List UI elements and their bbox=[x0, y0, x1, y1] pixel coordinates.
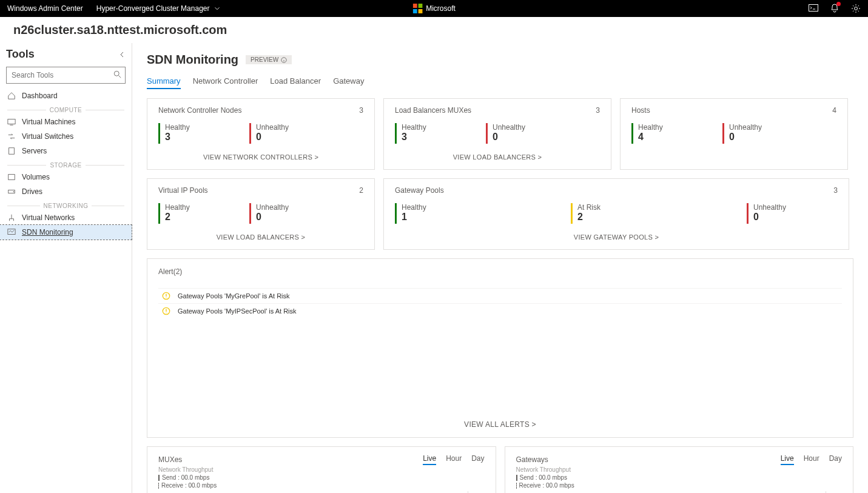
tabs: Summary Network Controller Load Balancer… bbox=[147, 74, 853, 90]
sidebar-item-dashboard[interactable]: Dashboard bbox=[0, 89, 132, 103]
stat-label: Healthy bbox=[638, 123, 663, 132]
chart-title: MUXes bbox=[158, 455, 182, 464]
chevron-down-icon bbox=[213, 4, 221, 13]
chevron-left-icon[interactable] bbox=[118, 51, 126, 58]
ms-logo-icon bbox=[412, 4, 422, 13]
svg-point-11 bbox=[13, 191, 15, 192]
gear-icon[interactable] bbox=[851, 4, 861, 13]
sidebar-item-volumes[interactable]: Volumes bbox=[0, 170, 132, 184]
card-count: 3 bbox=[596, 106, 600, 115]
info-icon bbox=[281, 57, 287, 63]
sidebar-item-sdn[interactable]: SDN Monitoring bbox=[0, 225, 132, 240]
svg-rect-1 bbox=[418, 4, 422, 8]
stat-label: Healthy bbox=[402, 203, 426, 212]
stat-value: 0 bbox=[256, 132, 289, 143]
time-tab-live[interactable]: Live bbox=[423, 454, 436, 465]
view-gateway-pools-link[interactable]: VIEW GATEWAY POOLS > bbox=[395, 230, 838, 244]
drive-icon bbox=[7, 187, 16, 196]
sidebar-item-vswitch[interactable]: Virtual Switches bbox=[0, 129, 132, 144]
search-tools[interactable] bbox=[6, 67, 126, 84]
time-tab-day[interactable]: Day bbox=[471, 454, 484, 465]
stat-label: Healthy bbox=[165, 203, 190, 212]
preview-label: PREVIEW bbox=[251, 56, 278, 63]
svg-rect-4 bbox=[809, 5, 818, 12]
time-tab-hour[interactable]: Hour bbox=[804, 454, 819, 465]
tab-summary[interactable]: Summary bbox=[147, 74, 181, 89]
warning-icon bbox=[162, 292, 170, 300]
svg-point-5 bbox=[855, 7, 858, 10]
sidebar-item-label: Virtual Switches bbox=[22, 132, 73, 141]
stat-value: 0 bbox=[493, 132, 525, 143]
chart-title: Gateways bbox=[516, 455, 548, 464]
time-tab-live[interactable]: Live bbox=[781, 454, 794, 465]
stat-value: 2 bbox=[577, 212, 601, 223]
view-all-alerts-link[interactable]: VIEW ALL ALERTS > bbox=[158, 415, 842, 429]
throughput-label: Network Throughput bbox=[516, 466, 843, 473]
stat-label: Unhealthy bbox=[256, 203, 289, 212]
time-tab-hour[interactable]: Hour bbox=[446, 454, 462, 465]
card-count: 3 bbox=[359, 106, 363, 115]
sidebar-item-label: Virtual Networks bbox=[22, 213, 75, 222]
search-input[interactable] bbox=[6, 67, 126, 84]
card-hosts: Hosts4 Healthy4 Unhealthy0 bbox=[620, 98, 848, 170]
sidebar-item-label: SDN Monitoring bbox=[22, 228, 73, 236]
sidebar: Tools Dashboard COMPUTE Virtual Machines… bbox=[0, 43, 132, 493]
stat-value: 1 bbox=[402, 212, 426, 223]
sidebar-item-label: Virtual Machines bbox=[22, 118, 76, 126]
alert-row[interactable]: Gateway Pools 'MyGrePool' is At Risk bbox=[158, 288, 842, 303]
separator-compute: COMPUTE bbox=[46, 107, 86, 113]
view-load-balancers-link[interactable]: VIEW LOAD BALANCERS > bbox=[395, 150, 600, 164]
sidebar-item-vm[interactable]: Virtual Machines bbox=[0, 115, 132, 129]
tab-load-balancer[interactable]: Load Balancer bbox=[270, 74, 321, 89]
view-load-balancers-link-2[interactable]: VIEW LOAD BALANCERS > bbox=[158, 230, 363, 244]
sidebar-item-drives[interactable]: Drives bbox=[0, 184, 132, 199]
view-network-controllers-link[interactable]: VIEW NETWORK CONTROLLERS > bbox=[158, 150, 363, 164]
home-icon bbox=[7, 92, 16, 100]
brand-label: Windows Admin Center bbox=[7, 4, 83, 13]
stat-value: 0 bbox=[729, 132, 762, 143]
svg-rect-9 bbox=[8, 175, 15, 180]
preview-badge: PREVIEW bbox=[246, 55, 292, 64]
volume-icon bbox=[7, 173, 16, 181]
stat-label: Healthy bbox=[402, 123, 426, 132]
alert-text: Gateway Pools 'MyIPSecPool' is At Risk bbox=[178, 307, 297, 315]
throughput-label: Network Throughput bbox=[158, 466, 485, 473]
sidebar-item-servers[interactable]: Servers bbox=[0, 144, 132, 158]
stat-label: At Risk bbox=[577, 203, 601, 212]
card-title: Virtual IP Pools bbox=[158, 186, 208, 195]
notifications-icon[interactable] bbox=[830, 4, 839, 13]
sidebar-item-label: Volumes bbox=[22, 173, 50, 181]
switch-icon bbox=[7, 132, 16, 141]
alerts-title: Alert(2) bbox=[158, 267, 842, 276]
warning-icon bbox=[162, 307, 170, 315]
svg-rect-2 bbox=[412, 9, 417, 13]
notification-badge bbox=[836, 2, 841, 6]
tab-gateway[interactable]: Gateway bbox=[333, 74, 364, 89]
card-title: Network Controller Nodes bbox=[158, 106, 241, 115]
send-value: Send : 00.0 mbps bbox=[162, 474, 209, 481]
search-icon bbox=[113, 70, 122, 79]
manager-label: Hyper-Converged Cluster Manager bbox=[96, 4, 210, 13]
separator-networking: NETWORKING bbox=[40, 203, 92, 209]
stat-label: Unhealthy bbox=[256, 123, 289, 132]
stat-value: 2 bbox=[165, 212, 190, 223]
card-title: Hosts bbox=[631, 106, 650, 115]
server-icon bbox=[7, 147, 16, 155]
card-count: 4 bbox=[832, 106, 836, 115]
stat-label: Unhealthy bbox=[753, 203, 786, 212]
svg-point-6 bbox=[114, 71, 119, 76]
tab-network-controller[interactable]: Network Controller bbox=[193, 74, 258, 89]
manager-dropdown[interactable]: Hyper-Converged Cluster Manager bbox=[96, 4, 222, 13]
alerts-card: Alert(2) Gateway Pools 'MyGrePool' is At… bbox=[147, 258, 853, 438]
svg-rect-8 bbox=[9, 148, 15, 155]
svg-rect-0 bbox=[412, 4, 417, 8]
card-gateway-pools: Gateway Pools3 Healthy1 At Risk2 Unhealt… bbox=[383, 178, 849, 250]
vm-icon bbox=[7, 118, 16, 126]
time-tab-day[interactable]: Day bbox=[829, 454, 842, 465]
svg-rect-7 bbox=[8, 119, 15, 124]
stat-label: Unhealthy bbox=[493, 123, 525, 132]
sidebar-item-vnet[interactable]: Virtual Networks bbox=[0, 210, 132, 225]
alert-row[interactable]: Gateway Pools 'MyIPSecPool' is At Risk bbox=[158, 303, 842, 318]
monitor-icon bbox=[7, 228, 16, 236]
console-icon[interactable] bbox=[809, 4, 818, 13]
